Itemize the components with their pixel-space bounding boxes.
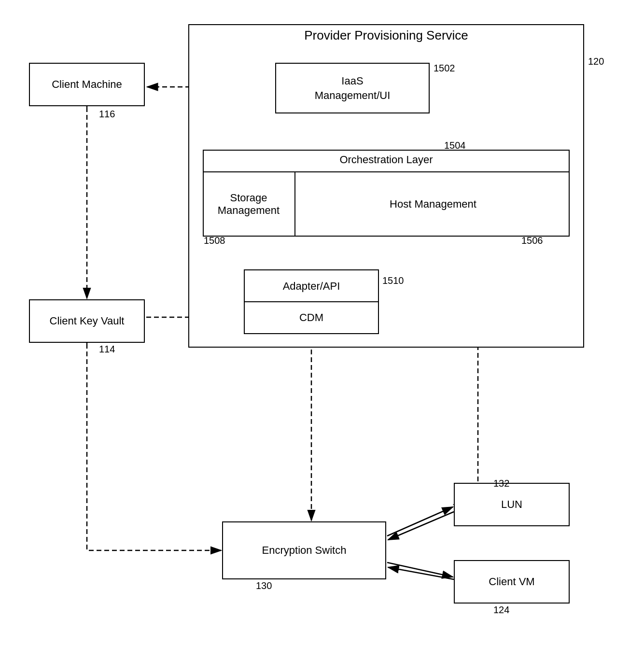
lun-box: LUN <box>454 483 570 526</box>
cdm-box: CDM <box>244 301 379 334</box>
client-key-vault-box: Client Key Vault <box>29 299 145 343</box>
encryption-switch-label: Encryption Switch <box>262 543 347 558</box>
provider-ref: 120 <box>588 56 604 67</box>
orch-ref: 1504 <box>444 140 466 151</box>
client-vm-box: Client VM <box>454 560 570 604</box>
adapter-api-label: Adapter/API <box>283 279 340 294</box>
iaas-box: IaaSManagement/UI <box>275 63 430 113</box>
lun-label: LUN <box>501 497 522 512</box>
orch-title: Orchestration Layer <box>203 154 570 166</box>
adapter-api-box: Adapter/API <box>244 269 379 302</box>
client-machine-ref: 116 <box>99 109 115 120</box>
svg-line-9 <box>387 562 453 577</box>
client-key-vault-label: Client Key Vault <box>50 314 125 328</box>
svg-line-8 <box>388 512 454 540</box>
storage-ref: 1508 <box>204 235 225 246</box>
encryption-switch-ref: 130 <box>256 580 272 591</box>
orch-divider <box>294 171 295 237</box>
svg-line-7 <box>387 507 453 536</box>
cdm-label: CDM <box>299 310 323 325</box>
client-vm-label: Client VM <box>489 575 534 589</box>
storage-label: StorageManagement <box>203 172 294 236</box>
iaas-ref: 1502 <box>434 63 455 74</box>
host-label: Host Management <box>296 172 570 236</box>
client-machine-label: Client Machine <box>52 77 122 92</box>
provider-title: Provider Provisioning Service <box>188 28 584 43</box>
client-key-vault-ref: 114 <box>99 344 115 355</box>
svg-line-10 <box>388 567 454 579</box>
client-vm-ref: 124 <box>493 604 509 616</box>
iaas-label: IaaSManagement/UI <box>315 74 391 102</box>
diagram: Provider Provisioning Service IaaSManage… <box>0 0 644 660</box>
lun-ref: 132 <box>493 478 509 489</box>
host-ref: 1506 <box>521 235 543 246</box>
client-machine-box: Client Machine <box>29 63 145 106</box>
adapter-ref: 1510 <box>382 275 404 286</box>
encryption-switch-box: Encryption Switch <box>222 521 386 579</box>
